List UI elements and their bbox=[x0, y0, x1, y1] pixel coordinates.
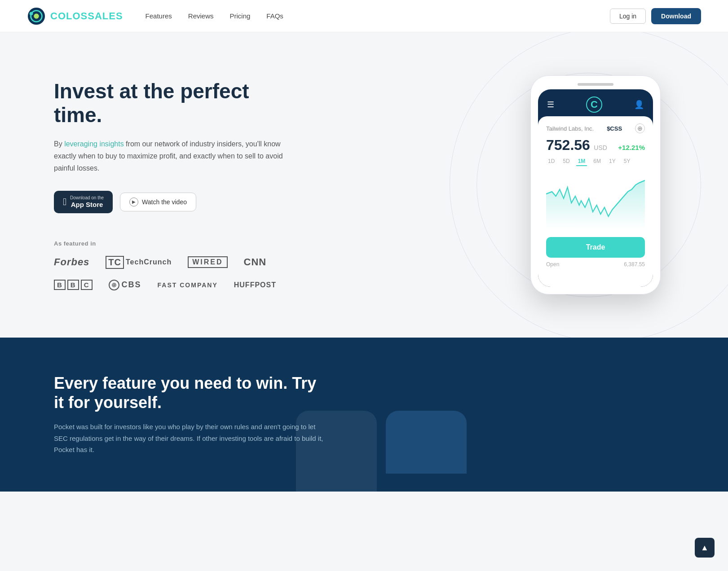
featured-label: As featured in bbox=[54, 240, 287, 247]
app-logo-c: C bbox=[586, 97, 602, 113]
appstore-small-label: Download on the bbox=[70, 195, 104, 201]
nav-faqs[interactable]: FAQs bbox=[266, 12, 283, 20]
svg-point-5 bbox=[113, 284, 115, 286]
tf-6m[interactable]: 6M bbox=[591, 157, 603, 166]
nav-reviews[interactable]: Reviews bbox=[188, 12, 214, 20]
stock-header: Tailwind Labs, Inc. $CSS ⊕ bbox=[546, 123, 645, 133]
phone-outer: ☰ C 👤 Tailwind Labs, Inc. $CSS ⊕ 752.56 … bbox=[530, 75, 661, 294]
dark-phones bbox=[296, 411, 467, 492]
dark-description: Pocket was built for investors like you … bbox=[54, 421, 323, 456]
featured-logos: Forbes TC TechCrunch WIRED CNN B B C CBS… bbox=[54, 256, 287, 290]
logo-cbs: CBS bbox=[109, 280, 141, 290]
open-value: 6,387.55 bbox=[624, 261, 645, 268]
watch-video-button[interactable]: ▶ Watch the video bbox=[120, 193, 196, 211]
logo-bbc: B B C bbox=[54, 280, 93, 290]
watch-label: Watch the video bbox=[142, 198, 187, 206]
hamburger-icon: ☰ bbox=[547, 100, 554, 110]
price-change: +12.21% bbox=[618, 144, 645, 151]
tf-5d[interactable]: 5D bbox=[561, 157, 571, 166]
logo-huffpost: HUFFPOST bbox=[234, 281, 276, 289]
dark-phone-2 bbox=[386, 411, 467, 474]
download-button[interactable]: Download bbox=[651, 8, 701, 24]
dark-phone-1 bbox=[296, 411, 377, 492]
hero-description: By leveraging insights from our network … bbox=[54, 138, 287, 175]
svg-point-3 bbox=[30, 12, 33, 15]
svg-point-2 bbox=[34, 13, 39, 18]
hero-content: Invest at the perfect time. By leveragin… bbox=[54, 79, 287, 290]
tf-1d[interactable]: 1D bbox=[546, 157, 556, 166]
logo-icon bbox=[27, 7, 46, 26]
trade-button[interactable]: Trade bbox=[546, 237, 645, 258]
price-row: 752.56 USD +12.21% bbox=[546, 137, 645, 154]
logo-fastcompany: FAST COMPANY bbox=[158, 281, 218, 289]
login-button[interactable]: Log in bbox=[610, 9, 646, 24]
logo-text: COLOSSALES bbox=[50, 10, 123, 22]
add-watchlist-button[interactable]: ⊕ bbox=[635, 123, 645, 133]
navbar: COLOSSALES Features Reviews Pricing FAQs… bbox=[0, 0, 728, 32]
play-icon: ▶ bbox=[129, 198, 138, 206]
logo-forbes: Forbes bbox=[54, 256, 89, 268]
open-label: Open bbox=[546, 261, 559, 268]
stock-ticker: $CSS bbox=[607, 125, 622, 132]
apple-icon:  bbox=[63, 196, 66, 208]
appstore-text: Download on the App Store bbox=[70, 195, 104, 209]
tf-1y[interactable]: 1Y bbox=[607, 157, 618, 166]
user-icon: 👤 bbox=[634, 100, 644, 110]
hero-section: Invest at the perfect time. By leveragin… bbox=[0, 32, 728, 338]
logo-wired: WIRED bbox=[188, 256, 227, 268]
dark-content: Every feature you need to win. Try it fo… bbox=[54, 373, 323, 456]
timeframe-selector: 1D 5D 1M 6M 1Y 5Y bbox=[546, 157, 645, 166]
tf-1m[interactable]: 1M bbox=[576, 157, 587, 166]
tf-5y[interactable]: 5Y bbox=[622, 157, 632, 166]
nav-actions: Log in Download bbox=[610, 8, 701, 24]
dark-section: Every feature you need to win. Try it fo… bbox=[0, 338, 728, 492]
nav-pricing[interactable]: Pricing bbox=[229, 12, 250, 20]
phone-body: Tailwind Labs, Inc. $CSS ⊕ 752.56 USD +1… bbox=[538, 116, 653, 287]
hero-title: Invest at the perfect time. bbox=[54, 79, 287, 127]
nav-links: Features Reviews Pricing FAQs bbox=[146, 12, 610, 20]
dark-title: Every feature you need to win. Try it fo… bbox=[54, 373, 323, 412]
nav-features[interactable]: Features bbox=[146, 12, 172, 20]
stock-name: Tailwind Labs, Inc. bbox=[546, 125, 594, 132]
appstore-button[interactable]:  Download on the App Store bbox=[54, 191, 113, 213]
price-display: 752.56 USD bbox=[546, 137, 607, 154]
phone-screen: ☰ C 👤 Tailwind Labs, Inc. $CSS ⊕ 752.56 … bbox=[538, 89, 653, 287]
hero-buttons:  Download on the App Store ▶ Watch the … bbox=[54, 191, 287, 213]
stock-chart bbox=[546, 171, 645, 230]
logo-cnn: CNN bbox=[244, 256, 267, 268]
appstore-big-label: App Store bbox=[70, 201, 104, 209]
price-unit: USD bbox=[594, 144, 607, 151]
logo-link[interactable]: COLOSSALES bbox=[27, 7, 123, 26]
phone-app-header: ☰ C 👤 bbox=[538, 89, 653, 116]
phone-notch bbox=[578, 83, 613, 86]
phone-mockup: ☰ C 👤 Tailwind Labs, Inc. $CSS ⊕ 752.56 … bbox=[530, 75, 674, 294]
logo-techcrunch: TC TechCrunch bbox=[106, 256, 172, 269]
phone-notch-area bbox=[538, 83, 653, 86]
phone-footer: Open 6,387.55 bbox=[546, 261, 645, 268]
stock-price: 752.56 bbox=[546, 137, 590, 153]
